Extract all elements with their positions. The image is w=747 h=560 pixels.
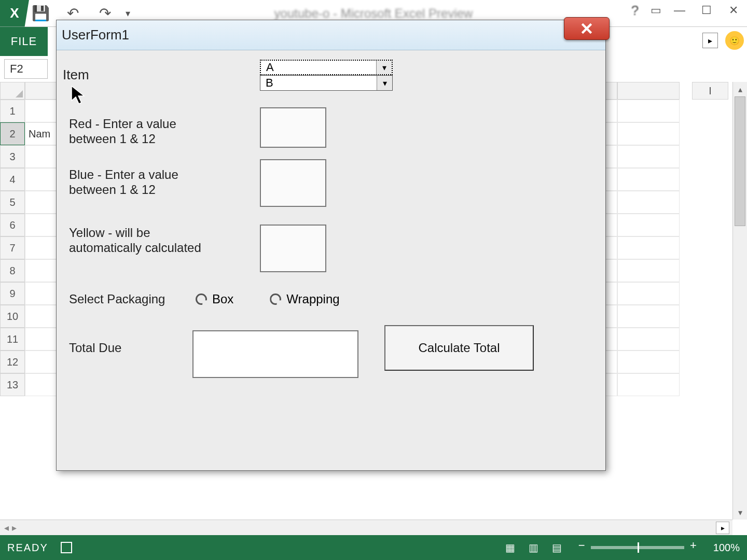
view-page-layout-icon[interactable]: ▥ [529,541,538,554]
sheet-nav-prev-icon[interactable]: ◂ [4,522,9,534]
scroll-right-icon[interactable]: ▸ [716,522,729,534]
radio-icon [196,293,207,305]
scroll-up-icon[interactable]: ▴ [733,82,747,96]
view-normal-icon[interactable]: ▦ [505,541,515,554]
col-header[interactable] [25,82,57,100]
status-bar: READY ▦ ▥ ▤ − + 100% [0,535,747,560]
row-header[interactable]: 2 [0,122,25,145]
view-page-break-icon[interactable]: ▤ [552,541,562,554]
feedback-smiley-icon[interactable]: 🙂 [725,31,744,50]
row-header[interactable]: 7 [0,236,25,259]
row-header[interactable]: 11 [0,328,25,351]
radio-box[interactable]: Box [196,292,233,306]
zoom-level[interactable]: 100% [713,542,740,554]
cell-A2[interactable]: Nam [25,122,57,145]
row-header[interactable]: 3 [0,145,25,168]
label-blue: Blue - Enter a value between 1 & 12 [69,167,225,198]
radio-box-label: Box [212,292,233,306]
cell[interactable] [25,100,57,122]
zoom-out-icon[interactable]: − [578,539,585,552]
label-yellow: Yellow - will be automatically calculate… [69,226,225,256]
name-box[interactable]: F2 [4,59,48,79]
radio-wrapping-label: Wrapping [286,292,339,306]
maximize-icon[interactable]: ☐ [693,0,720,21]
file-tab[interactable]: FILE [0,27,48,56]
row-header[interactable]: 4 [0,168,25,191]
close-icon[interactable]: ✕ [720,0,747,21]
macro-record-icon[interactable] [61,542,72,553]
userform-titlebar[interactable]: UserForm1 [57,20,605,50]
col-header-I[interactable]: I [692,82,728,100]
label-packaging: Select Packaging [69,292,165,307]
row-header[interactable]: 13 [0,373,25,396]
save-icon[interactable]: 💾 [29,2,52,25]
row-header[interactable]: 6 [0,214,25,236]
minimize-icon[interactable]: — [666,0,693,21]
row-header[interactable]: 1 [0,100,25,122]
combobox-value: A [261,61,376,74]
textbox-red[interactable] [260,107,326,148]
excel-app-icon: X [0,0,29,27]
combobox-item-a[interactable]: A ▾ [260,60,393,75]
userform-close-button[interactable] [564,17,610,40]
chevron-down-icon[interactable]: ▾ [376,61,392,74]
combobox-item-b[interactable]: B ▾ [260,75,393,91]
row-header[interactable]: 12 [0,351,25,373]
vertical-scrollbar[interactable]: ▴ ▾ [732,82,747,520]
combobox-value: B [260,76,377,90]
textbox-total-due[interactable] [192,330,358,378]
excel-glyph: X [10,5,19,21]
userform-dialog: UserForm1 Item A ▾ B ▾ Red - Enter a val… [56,20,606,471]
row-header[interactable]: 8 [0,259,25,282]
radio-icon [270,293,281,305]
userform-title: UserForm1 [62,27,129,43]
scroll-thumb[interactable] [735,96,745,226]
row-header[interactable]: 10 [0,305,25,328]
help-icon[interactable]: ? [625,0,645,21]
scroll-down-icon[interactable]: ▾ [733,505,747,520]
ribbon-display-icon[interactable]: ▭ [645,0,666,21]
status-ready: READY [7,542,48,554]
close-icon [580,22,593,35]
zoom-in-icon[interactable]: + [690,539,697,552]
radio-wrapping[interactable]: Wrapping [270,292,339,306]
select-all-corner[interactable] [0,82,25,100]
chevron-down-icon[interactable]: ▾ [377,76,392,90]
textbox-yellow[interactable] [260,225,326,272]
window-title: youtube-o - Microsoft Excel Preview [274,6,473,21]
sheet-nav-next-icon[interactable]: ▸ [12,522,17,534]
calculate-total-button[interactable]: Calculate Total [384,325,534,371]
textbox-blue[interactable] [260,159,326,207]
row-header[interactable]: 5 [0,191,25,214]
label-item: Item [63,67,89,83]
row-header[interactable]: 9 [0,282,25,305]
label-total-due: Total Due [69,341,121,356]
ribbon-collapse-icon[interactable]: ▸ [702,33,718,48]
zoom-slider[interactable]: − + [591,546,684,549]
sheet-tab-bar: ◂ ▸ ▸ [0,520,732,535]
label-red: Red - Enter a value between 1 & 12 [69,117,225,147]
